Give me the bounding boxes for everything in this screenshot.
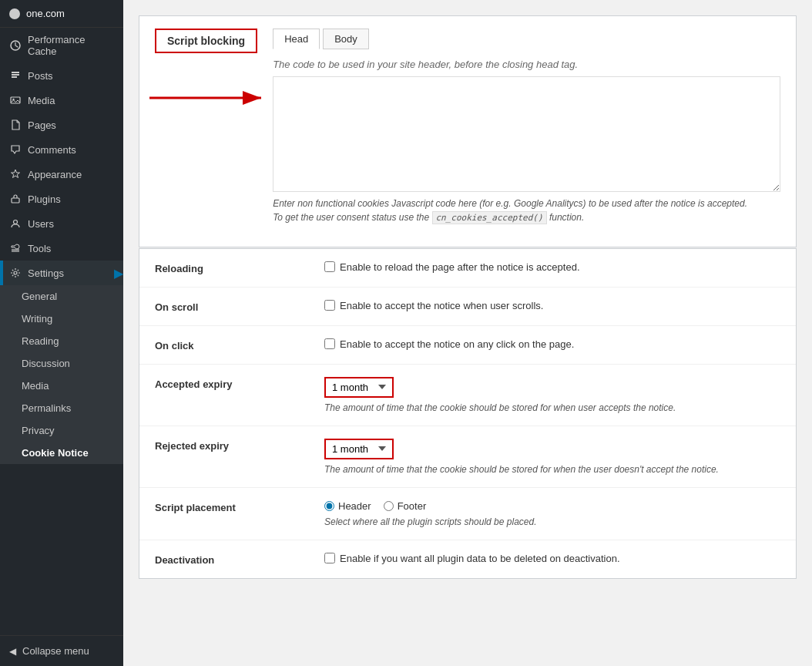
- settings-row-rejected-expiry: Rejected expiry 1 month 3 months 6 month…: [139, 426, 796, 488]
- svg-point-5: [14, 271, 17, 274]
- accepted-expiry-label: Accepted expiry: [155, 377, 309, 390]
- on-click-control: Enable to accept the notice on any click…: [324, 338, 780, 350]
- footer-radio[interactable]: [384, 501, 394, 511]
- rejected-expiry-control: 1 month 3 months 6 months 1 year The amo…: [324, 439, 780, 475]
- reloading-control: Enable to reload the page after the noti…: [324, 261, 780, 273]
- accepted-expiry-help: The amount of time that the cookie shoul…: [324, 402, 780, 413]
- tools-icon: [9, 242, 22, 254]
- on-scroll-control: Enable to accept the notice when user sc…: [324, 300, 780, 311]
- submenu-general[interactable]: General: [0, 285, 123, 308]
- performance-icon: [9, 39, 22, 52]
- reloading-checkbox[interactable]: [324, 261, 335, 272]
- deactivation-checkbox-label[interactable]: Enable if you want all plugin data to be…: [324, 553, 780, 564]
- script-placement-label: Script placement: [155, 500, 309, 513]
- script-placement-control: Header Footer Select where all the plugi…: [324, 500, 780, 527]
- head-description: The code to be used in your site header,…: [273, 59, 780, 70]
- function-code: cn_cookies_accepted(): [432, 211, 547, 224]
- script-blocking-badge[interactable]: Script blocking: [155, 29, 257, 53]
- sidebar-item-label: Plugins: [28, 193, 61, 205]
- settings-row-script-placement: Script placement Header Footer Select wh…: [139, 488, 796, 540]
- site-name: one.com: [26, 8, 65, 19]
- sidebar-item-appearance[interactable]: Appearance: [0, 162, 123, 187]
- header-radio[interactable]: [324, 501, 334, 511]
- submenu-permalinks[interactable]: Permalinks: [0, 397, 123, 419]
- collapse-icon: ◀: [9, 646, 16, 657]
- appearance-icon: [9, 168, 22, 180]
- rejected-expiry-select[interactable]: 1 month 3 months 6 months 1 year: [324, 439, 394, 459]
- script-placement-radio-group: Header Footer: [324, 500, 780, 512]
- on-click-checkbox[interactable]: [324, 338, 335, 349]
- content-wrapper: Script blocking Head Body The code to be…: [123, 0, 812, 666]
- plugins-icon: [9, 193, 22, 205]
- submenu-cookie-notice[interactable]: Cookie Notice: [0, 442, 123, 464]
- header-radio-label[interactable]: Header: [324, 500, 371, 512]
- on-scroll-checkbox-label[interactable]: Enable to accept the notice when user sc…: [324, 300, 780, 311]
- collapse-label: Collapse menu: [22, 645, 89, 657]
- accepted-expiry-select[interactable]: 1 month 3 months 6 months 1 year: [324, 377, 394, 398]
- settings-submenu: General Writing Reading Discussion Media…: [0, 285, 123, 464]
- users-icon: [9, 217, 22, 230]
- arrow-annotation: [149, 87, 269, 109]
- settings-icon: [9, 267, 22, 279]
- sidebar-item-tools[interactable]: Tools: [0, 236, 123, 261]
- on-scroll-label: On scroll: [155, 300, 309, 313]
- deactivation-checkbox[interactable]: [324, 553, 335, 563]
- sidebar-item-posts[interactable]: Posts: [0, 63, 123, 88]
- arrow-svg: [149, 87, 269, 109]
- script-placement-help: Select where all the plugin scripts shou…: [324, 516, 780, 527]
- code-help-text: Enter non functional cookies Javascript …: [273, 197, 780, 225]
- rejected-expiry-label: Rejected expiry: [155, 439, 309, 452]
- sidebar-item-label: Media: [28, 95, 55, 106]
- settings-row-accepted-expiry: Accepted expiry 1 month 3 months 6 month…: [139, 365, 796, 426]
- submenu-privacy[interactable]: Privacy: [0, 419, 123, 442]
- submenu-discussion[interactable]: Discussion: [0, 352, 123, 375]
- sidebar-item-comments[interactable]: Comments: [0, 137, 123, 162]
- settings-row-on-scroll: On scroll Enable to accept the notice wh…: [139, 288, 796, 326]
- submenu-reading[interactable]: Reading: [0, 330, 123, 352]
- sidebar-item-label: Posts: [28, 70, 53, 82]
- comments-icon: [9, 143, 22, 156]
- reloading-checkbox-label[interactable]: Enable to reload the page after the noti…: [324, 261, 780, 273]
- sidebar-item-label: Comments: [28, 144, 76, 156]
- site-logo[interactable]: one.com: [0, 0, 123, 28]
- reloading-label: Reloading: [155, 261, 309, 274]
- sidebar-item-media[interactable]: Media: [0, 88, 123, 113]
- svg-rect-1: [11, 97, 20, 103]
- rejected-expiry-help: The amount of time that the cookie shoul…: [324, 464, 780, 475]
- accepted-expiry-control: 1 month 3 months 6 months 1 year The amo…: [324, 377, 780, 413]
- site-logo-icon: [9, 8, 20, 19]
- on-click-checkbox-label[interactable]: Enable to accept the notice on any click…: [324, 338, 780, 350]
- svg-rect-3: [12, 198, 19, 203]
- sidebar-item-label: Performance Cache: [28, 34, 114, 57]
- sidebar-item-plugins[interactable]: Plugins: [0, 187, 123, 211]
- tabs-container: Head Body: [273, 29, 780, 49]
- main-content: Script blocking Head Body The code to be…: [123, 0, 812, 666]
- sidebar-item-settings[interactable]: Settings ▶: [0, 261, 123, 285]
- sidebar-item-users[interactable]: Users: [0, 211, 123, 236]
- media-icon: [9, 94, 22, 106]
- settings-row-on-click: On click Enable to accept the notice on …: [139, 326, 796, 365]
- pages-icon: [9, 119, 22, 131]
- sidebar-item-label: Settings: [28, 267, 64, 279]
- svg-point-4: [14, 220, 18, 224]
- sidebar: one.com Performance Cache Posts: [0, 0, 123, 666]
- sidebar-item-label: Tools: [28, 243, 51, 254]
- tab-body[interactable]: Body: [323, 29, 369, 49]
- submenu-media[interactable]: Media: [0, 375, 123, 397]
- submenu-writing[interactable]: Writing: [0, 308, 123, 330]
- on-scroll-checkbox[interactable]: [324, 300, 335, 311]
- sidebar-item-label: Appearance: [28, 169, 82, 180]
- sidebar-item-performance-cache[interactable]: Performance Cache: [0, 28, 123, 63]
- sidebar-item-pages[interactable]: Pages: [0, 113, 123, 137]
- tab-head[interactable]: Head: [273, 29, 320, 49]
- sidebar-item-label: Users: [28, 218, 54, 230]
- head-code-textarea[interactable]: [273, 76, 780, 192]
- posts-icon: [9, 69, 22, 82]
- settings-row-deactivation: Deactivation Enable if you want all plug…: [139, 540, 796, 578]
- deactivation-control: Enable if you want all plugin data to be…: [324, 553, 780, 564]
- on-click-label: On click: [155, 338, 309, 352]
- footer-radio-label[interactable]: Footer: [384, 500, 427, 512]
- collapse-menu-button[interactable]: ◀ Collapse menu: [0, 635, 123, 666]
- sidebar-item-label: Pages: [28, 119, 56, 131]
- settings-section: Reloading Enable to reload the page afte…: [139, 248, 797, 579]
